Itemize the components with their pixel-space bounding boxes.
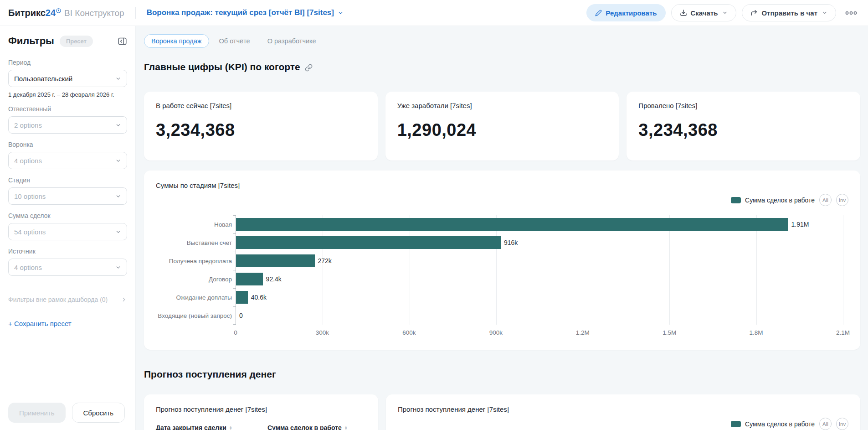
stage-select[interactable]: 10 options [8,187,127,205]
bar[interactable] [236,273,263,285]
legend-toggle-all[interactable]: All [819,194,832,206]
period-range-caption: 1 декабря 2025 г. – 28 февраля 2026 г. [8,91,127,98]
kpi-card-value: 3,234,368 [156,120,366,140]
edit-button[interactable]: Редактировать [586,4,665,21]
chevron-down-icon [115,158,121,164]
collapse-sidebar-icon[interactable] [118,36,127,46]
filter-label: Сумма сделок [8,212,127,219]
bar-track: 0 [236,309,843,322]
chevron-down-icon [822,10,827,16]
bar-track: 272k [236,254,843,267]
main-content: Воронка продаж Об отчёте О разработчике … [136,26,868,430]
bar-value-label: 0 [239,312,243,319]
filter-field-responsible: Отвественный 2 options [8,105,127,134]
bar-row: Договор92.4k [236,270,843,288]
bar-track: 40.6k [236,291,843,304]
legend-toggle-inv[interactable]: Inv [836,418,848,430]
legend-toggle-all[interactable]: All [819,418,832,430]
bar-row: Новая1.91M [236,215,843,233]
link-icon[interactable] [305,64,313,72]
pencil-icon [595,10,602,16]
clock-icon [56,8,61,13]
x-tick-label: 1.8M [750,329,763,336]
legend-label: Сумма сделок в работе [745,197,815,204]
filter-label: Воронка [8,141,127,148]
bar-category-label: Входящие (новый запрос) [154,312,232,319]
filter-field-source: Источник 4 options [8,248,127,276]
filter-field-deal-sum: Сумма сделок 54 options [8,212,127,240]
tab-about-report[interactable]: Об отчёте [212,34,257,48]
funnel-select[interactable]: 4 options [8,152,127,169]
legend-toggle-inv[interactable]: Inv [836,194,848,206]
forecast-chart-title: Прогноз поступления денег [7sites] [398,405,848,413]
filter-label: Стадия [8,176,127,184]
sort-icon: ▲▼ [229,425,232,430]
x-tick-label: 300k [316,329,329,336]
logo-text: Битрикс [8,8,46,18]
chevron-down-icon [115,76,121,82]
chart-title: Суммы по стадиям [7sites] [156,181,848,189]
filter-label: Период [8,59,127,66]
chevron-right-icon [121,296,127,303]
reset-button[interactable]: Сбросить [72,403,125,423]
bar-track: 916k [236,236,843,249]
filter-label: Источник [8,248,127,255]
save-preset-link[interactable]: + Сохранить пресет [8,320,127,327]
bar[interactable] [236,236,501,249]
outer-dashboard-filters-link[interactable]: Фильтры вне рамок дашборда (0) [8,296,127,303]
tab-sales-funnel[interactable]: Воронка продаж [144,34,209,48]
forecast-chart-legend: Сумма сделок в работе All Inv [398,418,848,430]
apply-button[interactable]: Применить [8,403,66,423]
report-title-dropdown[interactable]: Воронка продаж: текущий срез [отчёт BI] … [147,8,344,17]
tab-about-developer[interactable]: О разработчике [260,34,324,48]
download-icon [680,9,687,16]
forecast-table-title: Прогноз поступления денег [7sites] [156,405,366,413]
column-header-close-date[interactable]: Дата закрытия сделки ▲▼ [156,424,267,430]
filter-field-period: Период Пользовательский 1 декабря 2025 г… [8,59,127,98]
gridline [843,215,843,325]
forecast-section-heading: Прогноз поступления денег [144,368,860,381]
download-button[interactable]: Скачать [671,4,737,21]
kpi-card-value: 1,290,024 [397,120,607,140]
bar-row: Ожидание доплаты40.6k [236,288,843,306]
chevron-down-icon [115,229,121,235]
chevron-down-icon [115,193,121,199]
x-tick-label: 0 [234,329,237,336]
bitrix24-logo: Битрикс24 BI Конструктор [8,8,124,18]
kpi-card-failed: Провалено [7sites] 3,234,368 [627,92,860,161]
divider [135,7,136,19]
send-to-chat-button[interactable]: Отправить в чат [742,4,836,21]
bar[interactable] [236,218,788,231]
kpi-card-earned: Уже заработали [7sites] 1,290,024 [385,92,619,161]
logo-product-name: BI Конструктор [64,8,124,18]
report-tabs: Воронка продаж Об отчёте О разработчике [144,34,860,48]
bar[interactable] [236,291,248,304]
bar-row: Выставлен счет916k [236,233,843,252]
sort-icon: ▲▼ [344,425,348,430]
bar-chart: Новая1.91MВыставлен счет916kПолучена пре… [156,215,848,338]
source-select[interactable]: 4 options [8,259,127,276]
bar-category-label: Договор [154,276,232,283]
kpi-cards-row: В работе сейчас [7sites] 3,234,368 Уже з… [144,92,860,161]
x-tick-label: 900k [489,329,503,336]
chevron-down-icon [115,264,121,270]
kpi-card-in-progress: В работе сейчас [7sites] 3,234,368 [144,92,378,161]
legend-swatch [731,421,741,427]
chevron-down-icon [722,10,728,16]
top-header: Битрикс24 BI Конструктор Воронка продаж:… [0,0,868,26]
bar-value-label: 1.91M [791,221,809,228]
bar-row: Входящие (новый запрос)0 [236,306,843,325]
forecast-table-card: Прогноз поступления денег [7sites] Дата … [144,394,378,430]
responsible-select[interactable]: 2 options [8,116,127,134]
deal-sum-select[interactable]: 54 options [8,223,127,240]
more-options-icon[interactable] [844,8,858,18]
header-actions: Редактировать Скачать Отправить в чат [586,4,858,21]
bar[interactable] [236,254,315,267]
period-select[interactable]: Пользовательский [8,70,127,87]
filters-title: Фильтры [8,35,54,47]
column-header-deal-sum[interactable]: Сумма сделок в работе ▲▼ [267,424,348,430]
chart-legend: Сумма сделок в работе All Inv [156,194,848,206]
legend-swatch [731,197,741,203]
filters-sidebar: Фильтры Пресет Период Пользовательский 1… [0,26,136,430]
filter-field-funnel: Воронка 4 options [8,141,127,169]
